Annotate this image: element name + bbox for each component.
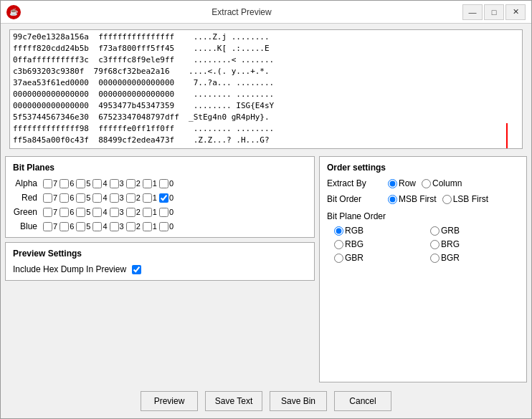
bpo-radio-brg[interactable] [430, 240, 440, 249]
bit-checkbox[interactable] [126, 222, 136, 231]
cancel-button[interactable]: Cancel [334, 391, 391, 411]
preview-settings-panel: Preview Settings Include Hex Dump In Pre… [5, 242, 315, 281]
bpo-radio-bgr[interactable] [430, 254, 440, 263]
bpo-radio-gbr[interactable] [334, 254, 343, 263]
bit-number-label: 3 [120, 222, 124, 231]
bit-checkbox[interactable] [60, 222, 69, 231]
bit-checkbox[interactable] [110, 179, 119, 188]
bit-cb-item: 1 [143, 208, 157, 217]
bit-checkbox[interactable] [143, 222, 152, 231]
bit-cb-item: 4 [92, 179, 107, 188]
bit-cb-item: 2 [126, 222, 141, 231]
bit-checkbox[interactable] [43, 193, 52, 203]
bit-number-label: 4 [103, 193, 107, 202]
preview-area: 99c7e0e1328a156a ffffffffffffffff ....Z.… [9, 29, 523, 149]
bit-number-label: 7 [53, 179, 57, 188]
bit-cb-item: 0 [159, 222, 174, 231]
bit-checkbox[interactable] [92, 179, 102, 188]
bit-checkbox[interactable] [43, 208, 52, 217]
bit-checkbox[interactable] [92, 193, 102, 203]
bit-number-label: 1 [153, 222, 157, 231]
bit-row-blue: Blue76543210 [13, 221, 307, 231]
lsb-label: LSB First [453, 194, 488, 204]
bpo-radio-rbg[interactable] [334, 240, 343, 249]
bit-number-label: 6 [70, 208, 74, 216]
save-bin-button[interactable]: Save Bin [270, 391, 327, 411]
extract-by-row-option: Row [388, 178, 416, 188]
bit-plane-order-grid: RGBGRBRBGBRGGBRBGR [327, 226, 519, 263]
bpo-radio-grb[interactable] [430, 226, 440, 236]
bit-number-label: 4 [103, 179, 107, 188]
bit-checkbox[interactable] [76, 222, 85, 231]
java-icon: ☕ [6, 5, 21, 19]
bit-checkbox[interactable] [76, 208, 85, 217]
bit-cb-item: 2 [126, 193, 141, 203]
window-title: Extract Preview [21, 7, 462, 17]
bpo-label-brg: BRG [441, 239, 460, 249]
bit-checkbox[interactable] [159, 222, 168, 231]
bit-cb-item: 1 [143, 179, 157, 188]
extract-by-column-radio[interactable] [422, 179, 431, 188]
bit-checkbox[interactable] [110, 208, 119, 217]
bit-checkbox[interactable] [143, 208, 152, 217]
bit-checkbox[interactable] [92, 208, 102, 217]
close-button[interactable]: ✕ [505, 4, 526, 20]
bit-checkbox[interactable] [159, 208, 168, 217]
minimize-button[interactable]: — [462, 4, 483, 20]
bit-checkbox[interactable] [110, 222, 119, 231]
column-label: Column [432, 178, 462, 188]
bit-checkbox[interactable] [76, 193, 85, 203]
preview-button[interactable]: Preview [141, 391, 198, 411]
bit-order-row: Bit Order MSB First LSB First [327, 194, 519, 204]
extract-by-label: Extract By [327, 178, 381, 188]
bit-checkbox[interactable] [143, 193, 152, 203]
bit-checkbox[interactable] [159, 193, 168, 203]
bit-checkbox[interactable] [126, 208, 136, 217]
right-panel: Order settings Extract By Row Column [319, 156, 527, 382]
hex-dump-checkbox[interactable] [132, 265, 141, 274]
left-panel: Bit Planes Alpha76543210Red76543210Green… [5, 156, 315, 382]
bit-checkbox[interactable] [159, 179, 168, 188]
bit-checkbox[interactable] [60, 193, 69, 203]
bit-checkbox[interactable] [43, 222, 52, 231]
maximize-button[interactable]: □ [484, 4, 504, 20]
bit-checkbox[interactable] [43, 179, 52, 188]
red-line-indicator [506, 123, 508, 149]
bit-cb-item: 1 [143, 222, 157, 231]
bit-cb-item: 7 [43, 179, 57, 188]
bit-number-label: 2 [136, 208, 141, 216]
bit-number-label: 2 [136, 222, 141, 231]
bit-planes-panel: Bit Planes Alpha76543210Red76543210Green… [5, 156, 315, 238]
bit-number-label: 3 [120, 208, 124, 216]
save-text-button[interactable]: Save Text [205, 391, 262, 411]
extract-by-row-radio[interactable] [388, 179, 397, 188]
msb-first-option: MSB First [388, 194, 437, 204]
bit-number-label: 1 [153, 193, 157, 202]
checkbox-group-alpha: 76543210 [43, 179, 174, 188]
bit-checkbox[interactable] [143, 179, 152, 188]
row-label: Row [399, 178, 416, 188]
bit-cb-item: 7 [43, 222, 57, 231]
bit-cb-item: 7 [43, 208, 57, 217]
msb-radio[interactable] [388, 195, 397, 204]
preview-settings-row: Include Hex Dump In Preview [13, 264, 307, 274]
lsb-radio[interactable] [442, 195, 452, 204]
bit-row-green: Green76543210 [13, 207, 307, 217]
bit-checkbox[interactable] [126, 193, 136, 203]
title-bar-controls: — □ ✕ [462, 4, 526, 20]
bit-row-label-red: Red [13, 193, 40, 203]
bit-checkbox[interactable] [126, 179, 136, 188]
bpo-radio-rgb[interactable] [334, 226, 343, 236]
bit-checkbox[interactable] [92, 222, 102, 231]
bit-number-label: 5 [86, 193, 90, 202]
bit-number-label: 1 [153, 179, 157, 188]
bit-checkbox[interactable] [60, 179, 69, 188]
bit-number-label: 0 [169, 193, 174, 202]
order-settings-panel: Order settings Extract By Row Column [319, 156, 527, 382]
hex-dump-label: Include Hex Dump In Preview [13, 264, 126, 274]
bit-number-label: 3 [120, 179, 124, 188]
bit-checkbox[interactable] [60, 208, 69, 217]
bit-order-label: Bit Order [327, 194, 381, 204]
bit-checkbox[interactable] [110, 193, 119, 203]
bit-checkbox[interactable] [76, 179, 85, 188]
